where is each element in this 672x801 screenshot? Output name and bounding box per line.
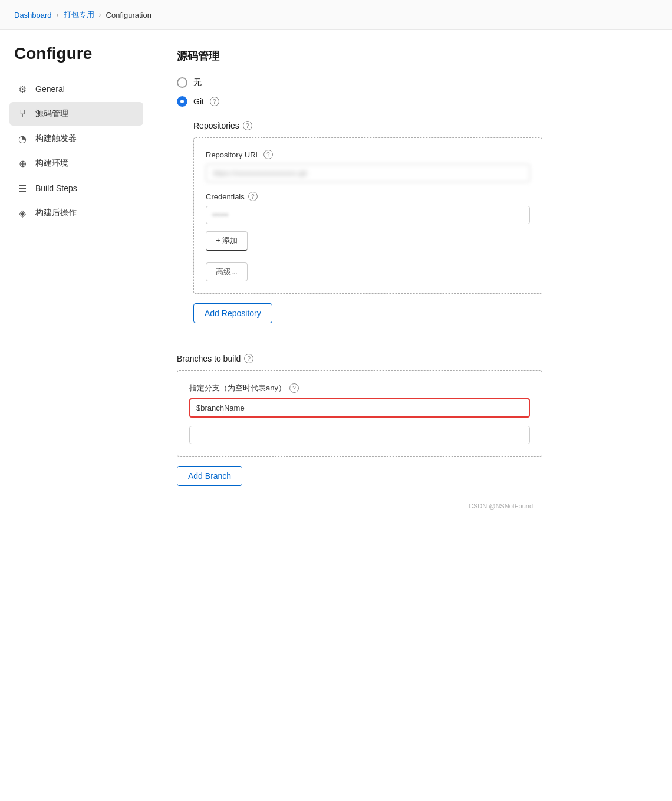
branch-empty-input[interactable] — [189, 426, 530, 444]
sidebar: Configure ⚙ General ⑂ 源码管理 ◔ 构建触发器 ⊕ 构建环… — [0, 30, 153, 801]
steps-icon: ☰ — [17, 182, 28, 194]
breadcrumb-dashboard[interactable]: Dashboard — [14, 11, 52, 19]
add-branch-button[interactable]: Add Branch — [177, 466, 242, 486]
advanced-button[interactable]: 高级... — [206, 262, 248, 281]
sidebar-item-triggers-label: 构建触发器 — [35, 133, 77, 144]
add-credentials-button[interactable]: + 添加 — [206, 231, 248, 251]
cube-icon: ◈ — [17, 207, 28, 219]
branches-section: Branches to build ? 指定分支（为空时代表any） ? Add… — [177, 354, 542, 486]
radio-none-circle[interactable] — [177, 77, 187, 88]
repo-url-input[interactable] — [206, 164, 530, 182]
main-content: 源码管理 无 Git ? Repositories ? — [153, 30, 566, 801]
breadcrumb: Dashboard › 打包专用 › Configuration — [0, 0, 672, 30]
repo-url-field-label: Repository URL ? — [206, 150, 530, 159]
branches-label: Branches to build ? — [177, 354, 542, 363]
sidebar-item-general-label: General — [35, 84, 65, 94]
section-title: 源码管理 — [177, 49, 542, 63]
credentials-field-label: Credentials ? — [206, 192, 530, 201]
repositories-help-icon[interactable]: ? — [243, 121, 252, 130]
sidebar-item-env[interactable]: ⊕ 构建环境 — [9, 152, 143, 175]
breadcrumb-project[interactable]: 打包专用 — [64, 9, 94, 20]
breadcrumb-sep-2: › — [99, 11, 101, 19]
globe-icon: ⊕ — [17, 157, 28, 169]
sidebar-item-source-label: 源码管理 — [35, 109, 68, 119]
fork-icon: ⑂ — [17, 108, 28, 120]
gear-icon: ⚙ — [17, 83, 28, 95]
radio-item-git[interactable]: Git ? — [177, 96, 542, 107]
radio-git-circle[interactable] — [177, 96, 187, 107]
repository-box: Repository URL ? Credentials ? •••••• + … — [193, 137, 542, 294]
radio-item-none[interactable]: 无 — [177, 77, 542, 88]
page-layout: Configure ⚙ General ⑂ 源码管理 ◔ 构建触发器 ⊕ 构建环… — [0, 30, 672, 801]
sidebar-item-steps[interactable]: ☰ Build Steps — [9, 176, 143, 200]
radio-none-label: 无 — [193, 77, 202, 88]
branch-specifier-input[interactable] — [189, 398, 530, 418]
clock-icon: ◔ — [17, 133, 28, 145]
breadcrumb-sep-1: › — [57, 11, 59, 19]
radio-group-scm: 无 Git ? — [177, 77, 542, 107]
repositories-section: Repositories ? Repository URL ? Credenti… — [193, 121, 542, 342]
sidebar-item-general[interactable]: ⚙ General — [9, 77, 143, 101]
radio-git-label: Git — [193, 97, 204, 106]
breadcrumb-current: Configuration — [106, 11, 151, 19]
watermark: CSDN @NSNotFound — [177, 498, 542, 514]
sidebar-item-post-label: 构建后操作 — [35, 208, 77, 218]
repo-url-help-icon[interactable]: ? — [263, 150, 273, 159]
add-repository-button[interactable]: Add Repository — [193, 303, 272, 323]
branch-box: 指定分支（为空时代表any） ? — [177, 370, 542, 457]
sidebar-item-post[interactable]: ◈ 构建后操作 — [9, 201, 143, 225]
branch-specifier-label: 指定分支（为空时代表any） ? — [189, 383, 530, 393]
git-help-icon[interactable]: ? — [210, 97, 219, 106]
sidebar-item-env-label: 构建环境 — [35, 158, 68, 169]
credentials-help-icon[interactable]: ? — [248, 192, 258, 201]
branch-specifier-help-icon[interactable]: ? — [289, 383, 299, 393]
branches-help-icon[interactable]: ? — [244, 354, 253, 363]
credentials-display: •••••• — [206, 206, 530, 224]
repositories-label: Repositories ? — [193, 121, 542, 130]
sidebar-item-source[interactable]: ⑂ 源码管理 — [9, 102, 143, 126]
sidebar-item-triggers[interactable]: ◔ 构建触发器 — [9, 127, 143, 150]
sidebar-item-steps-label: Build Steps — [35, 183, 77, 193]
sidebar-title: Configure — [9, 44, 143, 63]
